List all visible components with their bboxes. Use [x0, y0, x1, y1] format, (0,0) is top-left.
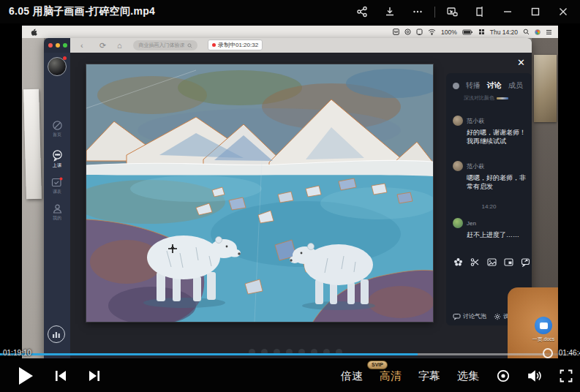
progress-played: [0, 353, 418, 355]
apple-logo-icon: [22, 28, 37, 36]
status-circle-icon: [404, 29, 411, 35]
player-titlebar: 6.05 用脑子画画-打碎空间.mp4: [0, 0, 580, 23]
dock-side-icon[interactable]: [469, 2, 491, 21]
battery-icon: [462, 29, 473, 35]
search-icon: [187, 43, 192, 48]
gear-icon: [494, 313, 501, 320]
video-frame[interactable]: 100% Thu 14:20 ‹: [22, 26, 558, 358]
polar-bear-painting: [86, 64, 433, 322]
chat-toolbar: [453, 257, 530, 267]
bubble-icon: [453, 313, 461, 320]
sidebar-item-schedule: 课表: [44, 177, 70, 195]
video-title: 6.05 用脑子画画-打碎空间.mp4: [0, 5, 155, 18]
avatar-notification-dot: [63, 56, 67, 60]
quality-button[interactable]: SVIP 高清: [380, 369, 402, 383]
sender-name: 范小萩: [467, 162, 484, 170]
sender-name: Jen: [467, 220, 476, 227]
download-icon[interactable]: [379, 2, 401, 21]
sender-name: 范小萩: [467, 117, 484, 125]
browser-app-icon: [535, 29, 541, 35]
sidebar-label-class: 上课: [44, 162, 70, 169]
total-time: 01:46:4: [559, 349, 580, 357]
play-button[interactable]: [18, 366, 34, 385]
more-icon[interactable]: [407, 2, 429, 21]
screenshot-icon: [504, 257, 513, 267]
share-icon[interactable]: [351, 2, 373, 21]
reload-icon: ⟳: [99, 40, 106, 50]
desktop-left-strip: [22, 38, 44, 358]
message-text: 嗯嗯，好的老师，非常有启发: [467, 173, 526, 191]
titlebar-divider: [434, 7, 435, 18]
back-icon: ‹: [80, 40, 83, 50]
chat-tabs: 转播 讨论 成员: [446, 79, 532, 92]
panel-close-icon: ✕: [517, 57, 525, 68]
record-screen-button[interactable]: [496, 369, 511, 383]
video-player-window: 6.05 用脑子画画-打碎空间.mp4: [0, 0, 580, 392]
subtitles-button[interactable]: 字幕: [418, 369, 440, 383]
close-icon[interactable]: [552, 2, 574, 21]
search-field-text: 商业插画入门体验课: [139, 42, 185, 49]
docs-file-label: 一页.docs: [530, 336, 557, 343]
camera-status-icon: [416, 29, 423, 35]
player-controls: 倍速 SVIP 高清 字幕 选集: [0, 360, 580, 392]
profile-icon: [52, 203, 63, 214]
chat-message: Jen 赶不上进度了……: [453, 218, 526, 239]
spotlight-icon: [523, 29, 530, 35]
recording-time: 录制中01:20:32: [218, 41, 258, 49]
message-text: 赶不上进度了……: [467, 230, 526, 239]
progress-ring-decor: [543, 348, 553, 358]
message-text: 好的嗯，谢谢老师！我再继续试试: [467, 128, 526, 146]
zoom-traffic-light: [63, 43, 67, 48]
home-icon: ⌂: [117, 40, 122, 50]
grid-icon: [478, 29, 485, 35]
svip-badge: SVIP: [367, 361, 388, 369]
macos-menubar: 100% Thu 14:20: [22, 26, 558, 38]
sidebar-label-schedule: 课表: [44, 189, 70, 195]
sidebar-item-class: 上课: [44, 149, 70, 169]
chat-message: 范小萩 好的嗯，谢谢老师！我再继续试试: [453, 116, 526, 146]
desktop-artwork: [534, 55, 557, 122]
fullscreen-button[interactable]: [560, 369, 573, 382]
share-bubble-icon: [521, 257, 530, 267]
menubar-clock: Thu 14:20: [490, 29, 518, 36]
current-time: 01:19:10: [3, 349, 31, 357]
minimize-traffic-light: [56, 43, 60, 48]
minimize-icon[interactable]: [497, 2, 519, 21]
color-strip: [497, 97, 508, 99]
menubar-status-items: 100% Thu 14:20: [393, 29, 558, 36]
maximize-icon[interactable]: [524, 2, 546, 21]
sidebar-label-profile: 我的: [44, 215, 70, 222]
next-button[interactable]: [88, 369, 101, 382]
docs-app-icon: [535, 317, 552, 334]
collapse-icon: [453, 83, 459, 89]
playback-speed-button[interactable]: 倍速: [341, 369, 363, 383]
app-window-titlebar: ‹ ⟳ ⌂ 商业插画入门体验课 录制中01:20:32: [44, 38, 532, 53]
image-icon: [487, 257, 497, 267]
traffic-light-block: [44, 38, 70, 53]
avatar: [453, 116, 463, 126]
avatar: [453, 218, 463, 228]
discover-icon: [52, 120, 63, 131]
avatar: [453, 161, 463, 171]
wifi-icon: [428, 29, 436, 35]
class-bubble-icon: [51, 149, 64, 162]
episodes-button[interactable]: 选集: [457, 369, 479, 383]
volume-button[interactable]: [527, 369, 543, 382]
app-sidebar: 首页 上课 课表 我的: [44, 53, 70, 358]
course-search-field: 商业插画入门体验课: [133, 40, 197, 50]
tab-discussion: 讨论: [487, 80, 502, 91]
control-center-icon: [546, 29, 552, 35]
previous-button[interactable]: [54, 369, 67, 382]
recording-badge: 录制中01:20:32: [208, 39, 263, 50]
sidebar-item-profile: 我的: [44, 203, 70, 222]
emoji-flower-icon: [453, 257, 463, 267]
desktop-photo: [23, 89, 42, 199]
course-app-window: ‹ ⟳ ⌂ 商业插画入门体验课 录制中01:20:32 首页: [44, 38, 532, 358]
miniplayer-icon[interactable]: [441, 2, 463, 21]
titlebar-actions: [351, 2, 580, 21]
tab-relay: 转播: [466, 80, 481, 91]
schedule-icon: [51, 177, 63, 188]
clipped-message: 深浅对比颜色: [464, 94, 508, 102]
chat-message: 范小萩 嗯嗯，好的老师，非常有启发: [453, 161, 526, 191]
tab-members: 成员: [508, 80, 523, 91]
